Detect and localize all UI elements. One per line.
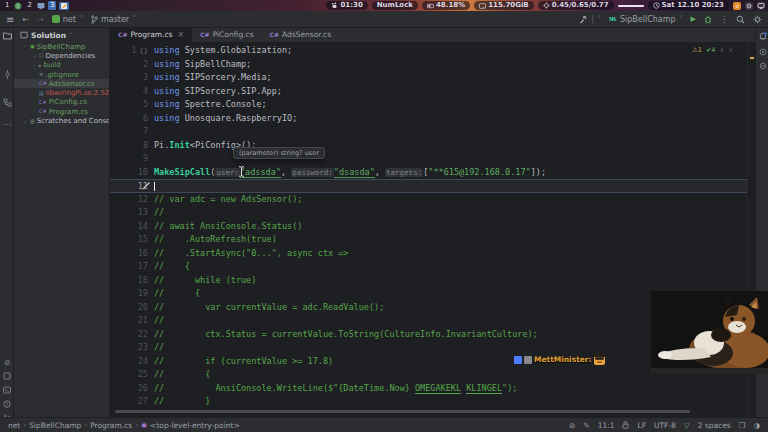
tree-chevron-icon[interactable]: › <box>22 118 28 124</box>
nav-forward-icon[interactable]: → <box>37 15 44 24</box>
warning-stripe-mark[interactable] <box>750 57 754 59</box>
tree-chevron-icon[interactable]: › <box>31 53 37 59</box>
encoding-indicator[interactable]: UTF-8 <box>654 421 676 430</box>
structure-tool-icon[interactable] <box>0 98 14 107</box>
main-menu-icon[interactable]: ≡ <box>6 14 14 25</box>
code-line-12[interactable]: 12// var adc = new AdsSensor(); <box>110 193 755 207</box>
code-line-4[interactable]: 4using SIPSorcery.SIP.App; <box>110 85 755 99</box>
database-tool-icon[interactable] <box>756 62 768 70</box>
next-problem-icon[interactable]: ∨ <box>728 46 733 54</box>
indent-indicator[interactable]: 2 spaces <box>698 421 731 430</box>
code-line-11[interactable]: 11 <box>110 179 755 193</box>
tab-close-icon[interactable]: × <box>178 30 185 39</box>
breadcrumb[interactable]: net›SipBellChamp›Program.cs›◉<top-level-… <box>0 421 240 430</box>
code-line-17[interactable]: 17// { <box>110 260 755 274</box>
code-line-18[interactable]: 18// while (true) <box>110 274 755 288</box>
tree-item-build[interactable]: ›▸build <box>14 61 109 70</box>
tree-item-program-cs[interactable]: C#Program.cs <box>14 107 109 116</box>
line-number: 20 <box>110 301 152 315</box>
workspace-3[interactable]: 3 <box>48 1 56 10</box>
tree-chevron-icon[interactable]: › <box>31 62 37 68</box>
problems-tool-icon[interactable] <box>0 400 14 408</box>
workspace-2[interactable]: 2 <box>25 1 33 10</box>
code-line-1[interactable]: 1{}using System.Globalization; <box>110 44 755 58</box>
project-selector[interactable]: net ˅ <box>52 15 83 24</box>
tree-chevron-icon[interactable]: ˅ <box>22 44 28 50</box>
line-separator-indicator[interactable]: LF <box>637 421 646 430</box>
code-line-13[interactable]: 13// <box>110 206 755 220</box>
shield-icon[interactable]: ▽ <box>684 421 690 430</box>
breadcrumb-item[interactable]: net <box>8 421 20 430</box>
settings-gear-icon[interactable] <box>753 15 762 24</box>
branch-selector[interactable]: master ˅ <box>91 15 136 24</box>
tray-app-icon[interactable]: d <box>733 2 741 10</box>
commit-tool-icon[interactable] <box>0 70 14 79</box>
services-tool-icon[interactable] <box>0 372 14 380</box>
breadcrumb-item[interactable]: Program.cs <box>90 421 132 430</box>
theme-toggle-icon[interactable]: ◑ <box>753 421 760 430</box>
code-line-6[interactable]: 6using Unosquare.RaspberryIO; <box>110 112 755 126</box>
nav-back-icon[interactable]: ← <box>22 15 29 24</box>
layout-icon[interactable]: ❐ <box>739 421 746 430</box>
project-tool-icon[interactable] <box>0 32 14 40</box>
tree-item--gitignore[interactable]: ⊘.gitignore <box>14 70 109 79</box>
code-line-7[interactable]: 7 <box>110 125 755 139</box>
run-button[interactable]: ▶ <box>691 15 696 23</box>
project-panel-header[interactable]: Solution ˅ <box>14 28 109 42</box>
code-text: // if (currentValue >= 17.8) <box>152 355 333 369</box>
run-config-icon <box>609 15 617 23</box>
inspection-widget[interactable]: ⚠1 ✔4 ∧ ∨ <box>692 46 733 54</box>
code-line-5[interactable]: 5using Spectre.Console; <box>110 98 755 112</box>
tree-item-label: build <box>44 61 61 69</box>
tree-item-scratches-and-consoles[interactable]: ›▥Scratches and Consoles <box>14 116 109 125</box>
tray-display-icon[interactable] <box>757 2 765 10</box>
clock-module: Sat 12.10 20:23 <box>648 1 729 10</box>
tree-item-piconfig-cs[interactable]: C#PiConfig.cs <box>14 98 109 107</box>
tab-piconfig-cs[interactable]: C#PiConfig.cs <box>192 27 261 42</box>
code-line-3[interactable]: 3using SIPSorcery.Media; <box>110 71 755 85</box>
code-line-14[interactable]: 14// await AnsiConsole.Status() <box>110 220 755 234</box>
tab-adssensor-cs[interactable]: C#AdsSensor.cs <box>262 27 340 42</box>
prev-problem-icon[interactable]: ∧ <box>719 46 724 54</box>
solution-icon <box>20 31 28 39</box>
code-line-16[interactable]: 16// .StartAsync("0...", async ctx => <box>110 247 755 261</box>
hammer-icon <box>579 15 588 24</box>
run-config-selector[interactable]: SipBellChamp ˅ <box>609 15 683 24</box>
fold-marker[interactable]: {} <box>140 47 148 55</box>
run-tool-icon[interactable]: ⊘ <box>0 358 14 368</box>
notifications-bell-icon[interactable] <box>756 32 768 41</box>
tab-program-cs[interactable]: C#Program.cs× <box>110 27 192 42</box>
workspace-1[interactable]: 1 <box>3 1 11 10</box>
debug-button[interactable] <box>704 15 712 24</box>
breadcrumb-item[interactable]: SipBellChamp <box>29 421 81 430</box>
code-line-15[interactable]: 15// .AutoRefresh(true) <box>110 233 755 247</box>
horizontal-scrollbar[interactable] <box>115 410 690 413</box>
line-number: 2 <box>110 58 152 72</box>
code-line-10[interactable]: 10MakeSipCall(user:"adssda", password:"d… <box>110 166 755 180</box>
tree-item-sipbellchamp[interactable]: ˅▣SipBellChamp <box>14 42 109 51</box>
lock-icon[interactable] <box>622 421 629 429</box>
code-line-8[interactable]: 8Pi.Init<PiConfig>(); <box>110 139 755 153</box>
tree-item-dependencies[interactable]: ›⬡Dependencies <box>14 51 109 60</box>
caret-position[interactable]: 11:1 <box>598 421 615 430</box>
build-button[interactable]: |˅ <box>579 15 601 24</box>
ai-assistant-icon[interactable] <box>756 48 768 56</box>
code-line-9[interactable]: 9 <box>110 152 755 166</box>
code-text: // <box>152 341 164 355</box>
tree-item-adssensor-cs[interactable]: C#AdsSensor.cs <box>14 79 109 88</box>
more-tools-icon[interactable]: ⋯ <box>0 120 14 130</box>
line-number: 4 <box>110 85 152 99</box>
inspections-status-icon[interactable]: ⊘ <box>569 421 575 430</box>
more-actions-icon[interactable]: ⋮ <box>720 15 728 24</box>
terminal-tool-icon[interactable] <box>0 386 14 394</box>
code-line-27[interactable]: 27// } <box>110 395 755 409</box>
code-line-2[interactable]: 2using SipBellChamp; <box>110 58 755 72</box>
breadcrumb-entry-point[interactable]: <top-level-entry-point> <box>150 421 240 430</box>
code-text: // var adc = new AdsSensor(); <box>152 193 302 207</box>
code-line-26[interactable]: 26// AnsiConsole.WriteLine($"{DateTime.N… <box>110 382 755 396</box>
highlighting-pen-icon[interactable]: ✎ <box>583 421 589 430</box>
tray-gear-icon[interactable] <box>745 2 753 10</box>
numlock-module: NumLock <box>372 1 418 10</box>
search-everywhere-icon[interactable] <box>736 15 745 24</box>
tree-item-libwiringpi-so-2-52[interactable]: ▤libwiringPi.so.2.52 <box>14 88 109 97</box>
